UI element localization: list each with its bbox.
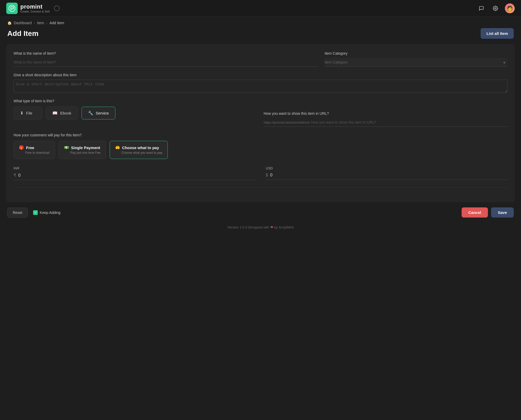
file-icon: ⬇: [20, 111, 23, 116]
bottom-right-actions: Cancel Save: [462, 207, 514, 218]
item-name-input[interactable]: [14, 58, 318, 67]
description-row: Give a short description about this item: [14, 73, 507, 93]
breadcrumb: 🏠 Dashboard › Item › Add Item: [0, 17, 521, 27]
logo-title: promint: [20, 3, 50, 10]
pay-method-buttons: 🎁 Free Free to download 💵 Single Payment…: [14, 141, 507, 159]
pay-choose-title: 🤲 Choose what to pay: [115, 145, 159, 150]
pay-free-subtitle: Free to download: [25, 151, 49, 155]
list-all-item-button[interactable]: List all Item: [481, 28, 514, 39]
pay-label: How your customers will pay for this ite…: [14, 133, 507, 137]
inr-input-wrapper: ₹: [14, 173, 255, 180]
item-type-label: What type of item is this?: [14, 99, 257, 103]
breadcrumb-item[interactable]: Item: [37, 21, 44, 25]
keep-adding-checkbox[interactable]: ✓: [33, 210, 38, 215]
item-name-group: What is the name of item?: [14, 51, 318, 67]
breadcrumb-sep1: ›: [34, 21, 35, 25]
logo-subtitle: Create, Connect & Sell: [20, 10, 50, 13]
url-slug-input[interactable]: [311, 118, 507, 126]
logo-icon: [6, 3, 18, 14]
service-icon: 🔧: [88, 111, 93, 116]
item-type-buttons: ⬇ File 📖 Ebook 🔧 Service: [14, 107, 257, 119]
heart-icon: ❤: [270, 225, 273, 229]
url-input-wrapper: https://promint.test/store/items/: [264, 118, 507, 127]
rupee-symbol: ₹: [14, 173, 16, 178]
svg-point-0: [9, 5, 15, 11]
usd-label: USD: [266, 166, 507, 170]
breadcrumb-sep2: ›: [46, 21, 47, 25]
free-icon: 🎁: [19, 145, 24, 150]
url-group-container: How you want to show this item in URL? h…: [264, 99, 507, 127]
type-url-row: What type of item is this? ⬇ File 📖 Eboo…: [14, 99, 507, 127]
pay-choose-button[interactable]: 🤲 Choose what to pay Choose what you wan…: [110, 141, 168, 159]
type-service-button[interactable]: 🔧 Service: [82, 107, 115, 119]
name-category-row: What is the name of item? Item Category …: [14, 51, 507, 67]
save-button[interactable]: Save: [491, 207, 514, 218]
description-label: Give a short description about this item: [14, 73, 507, 77]
navbar-left: promint Create, Connect & Sell: [6, 3, 60, 14]
usd-input[interactable]: [270, 173, 507, 177]
footer: Version 1.0.0 Designed with ❤ by ScriptM…: [0, 221, 521, 234]
item-name-label: What is the name of item?: [14, 51, 318, 55]
pay-section: How your customers will pay for this ite…: [14, 133, 507, 159]
pay-free-button[interactable]: 🎁 Free Free to download: [14, 141, 55, 159]
footer-text: Version 1.0.0 Designed with: [227, 225, 269, 229]
ebook-icon: 📖: [52, 111, 58, 116]
url-prefix: https://promint.test/store/items/: [264, 118, 311, 126]
item-category-group: Item Category Item Category ▾: [325, 51, 507, 67]
item-category-label: Item Category: [325, 51, 507, 55]
cancel-button[interactable]: Cancel: [462, 207, 488, 218]
pay-choose-subtitle: Choose what you want to pay: [121, 151, 162, 155]
page-header: Add Item List all Item: [0, 27, 521, 44]
inr-label: INR: [14, 166, 255, 170]
logo[interactable]: promint Create, Connect & Sell: [6, 3, 50, 14]
svg-point-1: [495, 8, 496, 9]
inr-group: INR ₹: [14, 166, 255, 180]
add-item-form: What is the name of item? Item Category …: [6, 44, 515, 202]
type-file-button[interactable]: ⬇ File: [14, 107, 42, 119]
item-category-select[interactable]: Item Category: [325, 58, 507, 67]
pay-single-title: 💵 Single Payment: [64, 145, 100, 150]
pay-single-button[interactable]: 💵 Single Payment Pay just one time Fee: [59, 141, 106, 159]
navbar-right: 🧑: [477, 3, 515, 13]
type-file-label: File: [26, 111, 32, 115]
item-type-section: What type of item is this? ⬇ File 📖 Eboo…: [14, 99, 257, 119]
usd-input-wrapper: $: [266, 173, 507, 180]
description-input[interactable]: [14, 80, 507, 93]
url-label: How you want to show this item in URL?: [264, 111, 507, 116]
choose-pay-icon: 🤲: [115, 145, 120, 150]
footer-by: by ScriptMint: [274, 225, 294, 229]
type-ebook-label: Ebook: [60, 111, 71, 115]
usd-group: USD $: [266, 166, 507, 180]
logo-text: promint Create, Connect & Sell: [20, 3, 50, 13]
breadcrumb-dashboard[interactable]: Dashboard: [14, 21, 32, 25]
nav-circle-indicator: [54, 5, 60, 11]
reset-button[interactable]: Reset: [7, 208, 28, 218]
settings-icon-button[interactable]: [491, 4, 500, 13]
breadcrumb-home-icon: 🏠: [7, 21, 12, 25]
currency-row: INR ₹ USD $: [14, 166, 507, 180]
bottom-actions: Reset ✓ Keep Adding Cancel Save: [0, 207, 521, 221]
description-group: Give a short description about this item: [14, 73, 507, 93]
page-title: Add Item: [7, 29, 39, 38]
single-payment-icon: 💵: [64, 145, 69, 150]
navbar: promint Create, Connect & Sell 🧑: [0, 0, 521, 17]
keep-adding-label: Keep Adding: [40, 211, 60, 215]
type-ebook-button[interactable]: 📖 Ebook: [46, 107, 78, 119]
pay-single-subtitle: Pay just one time Fee: [70, 151, 101, 155]
dollar-symbol: $: [266, 173, 268, 177]
form-divider: [14, 187, 507, 188]
category-select-wrapper: Item Category ▾: [325, 58, 507, 67]
pay-free-title: 🎁 Free: [19, 145, 34, 150]
type-service-label: Service: [96, 111, 109, 115]
keep-adding-wrapper[interactable]: ✓ Keep Adding: [33, 210, 60, 215]
messages-icon-button[interactable]: [477, 4, 486, 13]
breadcrumb-add-item: Add Item: [49, 21, 64, 25]
inr-input[interactable]: [18, 173, 255, 178]
avatar[interactable]: 🧑: [505, 3, 515, 13]
bottom-left-actions: Reset ✓ Keep Adding: [7, 208, 60, 218]
